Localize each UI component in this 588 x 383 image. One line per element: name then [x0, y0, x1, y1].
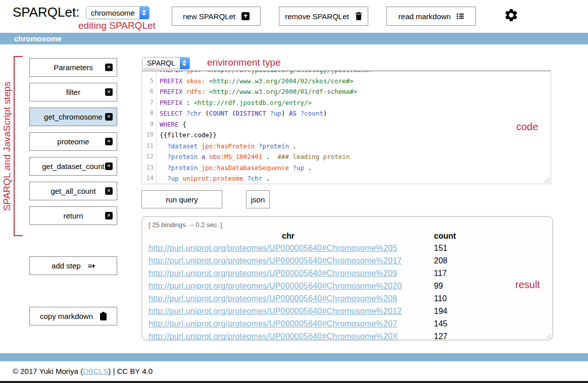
code-token: ?chr — [186, 110, 202, 117]
remove-step-icon[interactable]: ✕ — [105, 64, 113, 71]
sparqlet-title: chromosome — [0, 33, 588, 44]
footer-copyright: © 2017 Yuki Moriya ( — [13, 367, 83, 375]
column-header-chr: chr — [149, 232, 428, 241]
code-token — [205, 153, 209, 160]
settings-gear-icon[interactable] — [504, 8, 519, 23]
line-number: 13 — [142, 162, 156, 174]
code-line-text: {{filter.code}} — [156, 130, 217, 141]
code-token — [198, 164, 202, 172]
chr-link[interactable]: http://purl.uniprot.org/proteomes/UP0000… — [149, 244, 428, 253]
code-token — [198, 142, 202, 150]
read-markdown-button[interactable]: read markdown — [386, 7, 476, 26]
step-return[interactable]: return✕ — [29, 206, 117, 225]
code-token: ?chr — [247, 175, 262, 182]
environment-select-value: SPARQL — [142, 58, 180, 69]
footer-license: ) | CC BY 4.0 — [108, 367, 153, 375]
chr-link[interactable]: http://purl.uniprot.org/proteomes/UP0000… — [149, 294, 428, 303]
add-step-button[interactable]: add step ≡+ — [29, 256, 117, 275]
annotation-steps: SPARQL and JavaScript steps — [0, 60, 14, 233]
code-token: ?up — [167, 175, 179, 182]
remove-step-icon[interactable]: ✕ — [105, 162, 113, 170]
dbcls-link[interactable]: DBCLS — [83, 367, 108, 375]
code-line: 6PREFIX rdfs: <http://www.w3.org/2000/01… — [142, 86, 551, 97]
code-line: 11 ?dataset jpo:hasProtein ?protein . — [142, 141, 551, 152]
code-line-text: ?up uniprot:proteome ?chr . — [156, 173, 270, 184]
sparqlet-editor-window: { "colors": { "accent_red": "#c5293c", "… — [0, 0, 588, 383]
count-value: 208 — [428, 256, 448, 265]
code-line: 4PREFIX jpo: <http://rdf.jpostdb.org/ont… — [142, 71, 551, 76]
line-number: 9 — [142, 119, 156, 130]
step-get_all_count[interactable]: get_all_count✕ — [29, 182, 117, 200]
code-token: jpo:hasDatabaseSequence — [202, 164, 289, 172]
table-row: http://purl.uniprot.org/proteomes/UP0000… — [149, 280, 552, 292]
step-Parameters[interactable]: Parameters✕ — [29, 58, 117, 77]
chr-link[interactable]: http://purl.uniprot.org/proteomes/UP0000… — [149, 269, 428, 278]
plus-icon: + — [241, 12, 250, 20]
code-token: obo:MS_1002401 — [209, 153, 262, 160]
step-filter[interactable]: filter✕ — [29, 83, 117, 101]
count-value: 99 — [428, 282, 443, 291]
code-token — [160, 153, 167, 160]
bottom-edge — [0, 381, 588, 383]
count-value: 117 — [428, 269, 447, 278]
chr-link[interactable]: http://purl.uniprot.org/proteomes/UP0000… — [149, 332, 428, 341]
code-token: <http://www.w3.org/2000/01/rdf-schema#> — [209, 88, 358, 95]
step-label: filter — [66, 88, 80, 96]
code-line: 9WHERE { — [142, 119, 551, 130]
step-proteome[interactable]: proteome✕ — [29, 132, 117, 151]
code-token: ?dataset — [167, 142, 198, 150]
code-token: <http://rdf.jpostdb.org/ontology/jpost.o… — [205, 71, 372, 74]
code-token: <http://www.w3.org/2004/02/skos/core#> — [209, 77, 354, 85]
table-row: http://purl.uniprot.org/proteomes/UP0000… — [149, 254, 552, 267]
line-number: 4 — [142, 71, 156, 76]
step-label: proteome — [57, 137, 89, 146]
remove-step-icon[interactable]: ✕ — [105, 212, 113, 220]
code-token: AS — [289, 110, 297, 117]
remove-step-icon[interactable]: ✕ — [105, 88, 113, 96]
new-sparqlet-button[interactable]: new SPARQLet + — [172, 7, 261, 26]
environment-select[interactable]: SPARQL — [142, 57, 190, 69]
step-get_chromosome[interactable]: get_chromosome✕ — [29, 107, 117, 126]
code-token: PREFIX — [160, 77, 182, 85]
step-label: return — [63, 211, 83, 220]
code-token: skos: — [186, 77, 206, 85]
remove-step-icon[interactable]: ✕ — [105, 187, 113, 195]
code-line-text: ?protein a obo:MS_1002401 . ### leading … — [156, 151, 350, 162]
annotation-code: code — [516, 121, 538, 133]
remove-step-icon[interactable]: ✕ — [105, 113, 113, 121]
count-value: 145 — [428, 319, 448, 329]
table-row: http://purl.uniprot.org/proteomes/UP0000… — [149, 242, 552, 254]
line-number: 8 — [142, 108, 156, 119]
remove-step-icon[interactable]: ✕ — [105, 138, 113, 145]
code-token: <http://rdf.jpostdb.org/entry/> — [194, 99, 312, 106]
clipboard-icon — [100, 312, 107, 320]
chr-link[interactable]: http://purl.uniprot.org/proteomes/UP0000… — [149, 319, 428, 329]
footer-text: © 2017 Yuki Moriya (DBCLS) | CC BY 4.0 — [13, 367, 153, 375]
code-token — [160, 175, 167, 182]
code-line-text: SELECT ?chr (COUNT (DISTINCT ?up) AS ?co… — [156, 108, 327, 119]
copy-markdown-button[interactable]: copy markdown — [29, 307, 117, 325]
json-button[interactable]: json — [246, 190, 270, 208]
step-get_dataset_count[interactable]: get_dataset_count✕ — [29, 157, 117, 176]
step-label: get_all_count — [51, 187, 95, 195]
line-number: 14 — [142, 173, 156, 184]
run-query-button[interactable]: run query — [141, 190, 222, 208]
result-header-row: chr count — [149, 230, 552, 242]
code-token — [297, 110, 301, 117]
code-token — [160, 164, 167, 172]
sparqlet-select[interactable]: chromosome — [86, 6, 150, 19]
code-token: { — [179, 121, 186, 128]
step-label: get_dataset_count — [42, 162, 104, 171]
step-label: get_chromosome — [44, 113, 103, 121]
remove-sparqlet-button[interactable]: remove SPARQLet — [279, 7, 368, 26]
chr-link[interactable]: http://purl.uniprot.org/proteomes/UP0000… — [149, 256, 428, 265]
code-textarea[interactable]: 4PREFIX jpo: <http://rdf.jpostdb.org/ont… — [141, 71, 551, 184]
code-token: PREFIX — [160, 71, 182, 74]
chr-link[interactable]: http://purl.uniprot.org/proteomes/UP0000… — [149, 307, 428, 316]
line-number: 5 — [142, 76, 156, 87]
code-token: ) — [323, 110, 327, 117]
code-token: COUNT — [209, 110, 228, 117]
line-number: 10 — [142, 130, 156, 141]
chr-link[interactable]: http://purl.uniprot.org/proteomes/UP0000… — [149, 282, 428, 291]
code-token: PREFIX — [160, 88, 182, 95]
